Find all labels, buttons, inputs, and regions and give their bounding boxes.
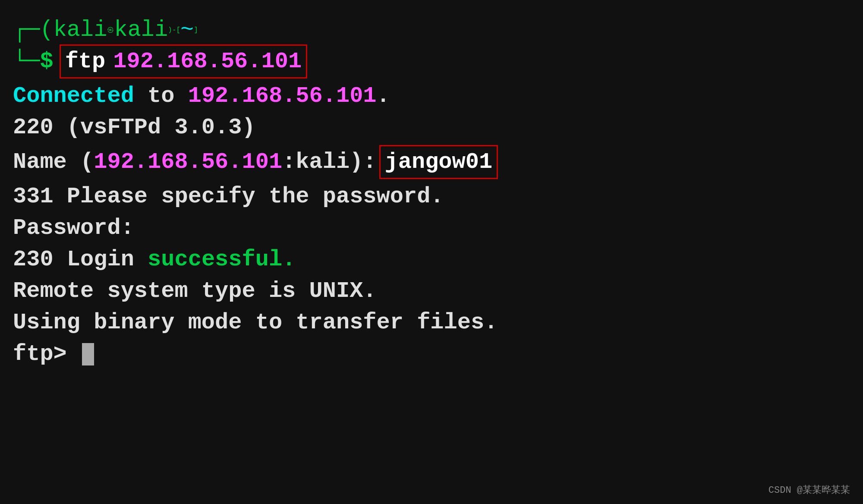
331-line: 331 Please specify the password. (13, 183, 850, 211)
prompt-top-bracket: ┌─( (13, 17, 54, 43)
connected-text: Connected (13, 82, 134, 110)
prompt-bottom-branch: └─ (13, 47, 40, 76)
binary-mode-text: Using binary mode to transfer files. (13, 309, 498, 337)
connected-ip: 192.168.56.101 (188, 82, 377, 110)
ftp-ip: 192.168.56.101 (113, 47, 302, 76)
successful-text: successful. (148, 246, 296, 274)
command-line: └─ $ ftp 192.168.56.101 (13, 44, 850, 79)
220-line: 220 (vsFTPd 3.0.3) (13, 113, 850, 142)
name-ip: 192.168.56.101 (94, 148, 282, 176)
password-line: Password: (13, 214, 850, 242)
username-box: jangow01 (379, 145, 498, 179)
230-line: 230 Login successful. (13, 246, 850, 274)
ftp-prompt-line: ftp> (13, 340, 850, 368)
331-text: 331 Please specify the password. (13, 183, 444, 211)
230-prefix: 230 Login (13, 246, 148, 274)
terminal-window: ┌─( kali ㉿ kali )-[ ~ ] └─ $ ftp 192.168… (0, 0, 863, 504)
220-text: 220 (vsFTPd 3.0.3) (13, 113, 255, 142)
name-line: Name ( 192.168.56.101 :kali): jangow01 (13, 145, 850, 179)
prompt-at: ㉿ (107, 25, 114, 35)
to-text: to (134, 82, 188, 110)
prompt-machine: kali (114, 17, 168, 43)
password-label: Password: (13, 214, 134, 242)
name-label: Name ( (13, 148, 94, 176)
ftp-command: ftp (65, 47, 106, 76)
binary-mode-line: Using binary mode to transfer files. (13, 309, 850, 337)
prompt-top-line: ┌─( kali ㉿ kali )-[ ~ ] (13, 17, 850, 43)
name-kali: :kali): (282, 148, 376, 176)
prompt-bracket-close: ] (194, 26, 198, 34)
prompt-user: kali (54, 17, 107, 43)
connected-dot: . (377, 82, 390, 110)
ftp-command-box: ftp 192.168.56.101 (60, 44, 308, 79)
remote-system-line: Remote system type is UNIX. (13, 277, 850, 305)
prompt-bracket-dir: )-[ (168, 26, 180, 34)
prompt-dir: ~ (180, 17, 194, 43)
remote-system-text: Remote system type is UNIX. (13, 277, 377, 305)
cursor-block (82, 343, 94, 365)
username-value: jangow01 (385, 148, 493, 176)
dollar-sign: $ (40, 47, 53, 76)
connected-line: Connected to 192.168.56.101 . (13, 82, 850, 110)
ftp-prompt: ftp> (13, 340, 80, 368)
watermark: CSDN @某某晔某某 (769, 483, 850, 496)
